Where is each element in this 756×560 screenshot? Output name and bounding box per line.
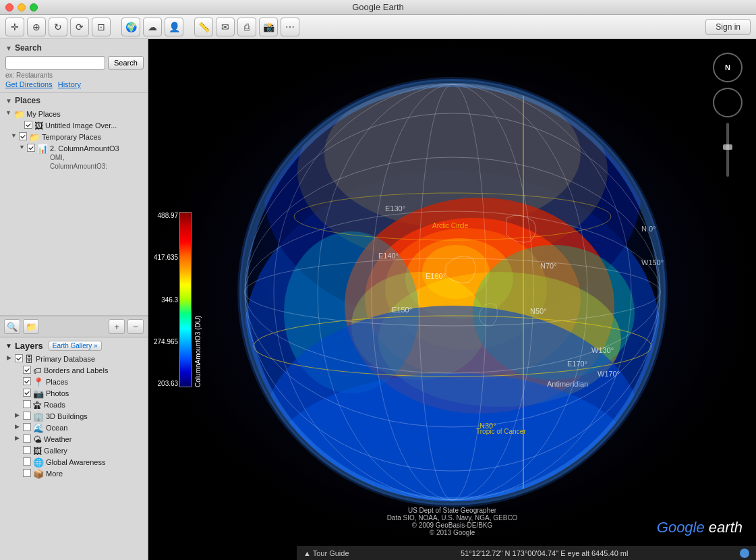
more-tools-button[interactable]: ⋯ <box>281 18 299 36</box>
sign-in-button[interactable]: Sign in <box>705 19 751 35</box>
my-places-label: My Places <box>26 109 61 119</box>
tour-guide-button[interactable]: ▲ Tour Guide <box>303 549 349 557</box>
tilt-ring[interactable] <box>713 88 743 117</box>
search-places-button[interactable]: 🔍 <box>4 319 20 334</box>
layer-item-roads[interactable]: 🛣Roads <box>5 399 142 411</box>
layer-item-places[interactable]: 📍Places <box>5 376 142 388</box>
globe-container: N70° N50° W130° E170° W170° Antimeridian… <box>148 39 756 545</box>
titlebar: Google Earth <box>0 0 756 15</box>
layer-checkbox[interactable] <box>23 412 31 420</box>
layers-section: ▼ Layers Earth Gallery » ▶🗄Primary Datab… <box>0 337 148 560</box>
search-input[interactable] <box>5 56 105 69</box>
compass[interactable]: N <box>713 53 743 82</box>
layer-checkbox[interactable] <box>23 423 31 431</box>
minimize-button[interactable] <box>18 3 26 11</box>
status-coordinates: 51°12'12.72" N 173°00'04.74" E eye alt 6… <box>461 549 628 557</box>
print-button[interactable]: ⎙ <box>237 18 256 36</box>
layer-item-more[interactable]: 📦More <box>5 468 142 480</box>
layer-item-primary-database[interactable]: ▶🗄Primary Database <box>5 354 142 365</box>
credit-line1: US Dept of State Geographer <box>387 507 518 514</box>
layer-checkbox[interactable] <box>23 457 31 466</box>
layer-item-ocean[interactable]: ▶🌊Ocean <box>5 422 142 434</box>
earth-gallery-button[interactable]: Earth Gallery » <box>49 341 102 351</box>
tilt-tool-button[interactable]: ⟳ <box>70 18 89 36</box>
watermark-google: Google <box>657 519 705 536</box>
search-button[interactable]: Search <box>108 56 144 69</box>
search-row: Search <box>5 56 142 69</box>
map-credits: US Dept of State Geographer Data SIO, NO… <box>387 507 518 536</box>
layer-checkbox[interactable] <box>23 400 31 408</box>
map-area[interactable]: N70° N50° W130° E170° W170° Antimeridian… <box>148 39 756 560</box>
layer-item-weather[interactable]: ▶🌤Weather <box>5 434 142 445</box>
email-button[interactable]: ✉ <box>216 18 235 36</box>
layer-checkbox[interactable] <box>23 446 31 454</box>
places-collapse-icon[interactable]: ▼ <box>5 97 12 105</box>
zoom-slider-handle[interactable] <box>723 144 732 150</box>
layer-arrow: ▶ <box>7 354 13 361</box>
globe[interactable]: N70° N50° W130° E170° W170° Antimeridian… <box>216 56 689 528</box>
ruler-button[interactable]: 📏 <box>194 18 213 36</box>
street-view-button[interactable]: 👤 <box>165 18 183 36</box>
zoom-slider[interactable] <box>726 123 729 177</box>
scale-val2: 417.635 <box>154 254 178 261</box>
layer-label: More <box>46 469 63 478</box>
traffic-lights[interactable] <box>5 3 38 11</box>
move-tool-button[interactable]: ✛ <box>5 18 24 36</box>
overlay-sub2: ColumnAmountO3: <box>50 162 119 171</box>
search-links: Get Directions History <box>5 80 142 88</box>
layer-icon: 🌤 <box>33 435 42 445</box>
search-header: ▼ Search <box>5 43 142 53</box>
close-button[interactable] <box>5 3 13 11</box>
my-places-item[interactable]: ▼ 📁 My Places <box>5 109 142 120</box>
layer-item-gallery[interactable]: 🖼Gallery <box>5 445 142 457</box>
layer-label: Ocean <box>46 423 67 432</box>
layer-checkbox[interactable] <box>23 377 31 385</box>
layer-checkbox[interactable] <box>15 354 23 362</box>
layer-item-borders-and-labels[interactable]: 🏷Borders and Labels <box>5 365 142 376</box>
history-link[interactable]: History <box>58 80 81 88</box>
add-places-button[interactable]: + <box>109 319 125 334</box>
scale-max: 488.97 <box>154 212 178 219</box>
layer-checkbox[interactable] <box>23 366 31 374</box>
earth-view-button[interactable]: 🌍 <box>121 18 140 36</box>
untitled-label: Untitled Image Over... <box>45 121 117 130</box>
layer-arrow: ▶ <box>15 435 22 441</box>
search-collapse-icon[interactable]: ▼ <box>5 45 12 52</box>
layer-label: Borders and Labels <box>44 366 108 375</box>
folder-places-button[interactable]: 📁 <box>23 319 39 334</box>
temporary-places-item[interactable]: ▼ 📁 Temporary Places <box>5 132 142 143</box>
sky-view-button[interactable]: ☁ <box>143 18 162 36</box>
layer-checkbox[interactable] <box>23 389 31 397</box>
google-earth-watermark: Google earth <box>657 519 743 536</box>
layers-collapse-icon[interactable]: ▼ <box>5 342 12 349</box>
layer-item-3d-buildings[interactable]: ▶🏢3D Buildings <box>5 411 142 422</box>
grid-label-w150: W150° <box>641 258 664 267</box>
zoom-tool-button[interactable]: ⊕ <box>27 18 46 36</box>
get-directions-link[interactable]: Get Directions <box>5 80 53 88</box>
layers-list: ▶🗄Primary Database 🏷Borders and Labels 📍… <box>5 354 142 480</box>
overlay-checkbox[interactable] <box>27 144 35 152</box>
layer-checkbox[interactable] <box>23 469 31 477</box>
remove-places-button[interactable]: − <box>127 319 144 334</box>
left-panel: ▼ Search Search ex: Restaurants Get Dire… <box>0 39 148 560</box>
watermark-earth: earth <box>705 519 743 536</box>
look-tool-button[interactable]: ⊡ <box>92 18 111 36</box>
layer-checkbox[interactable] <box>23 435 31 443</box>
scale-val3: 346.3 <box>154 296 178 304</box>
grid-label-e150: E150° <box>392 306 412 314</box>
scale-axis-label: ColumnAmountO3 (DU) <box>194 212 202 387</box>
overlay-item[interactable]: ▼ 📊 2. ColumnAmountO3 OMI, ColumnAmountO… <box>5 143 142 171</box>
untitled-checkbox[interactable] <box>24 121 32 129</box>
my-places-arrow: ▼ <box>5 109 12 116</box>
window-title: Google Earth <box>352 2 404 12</box>
screenshot-button[interactable]: 📸 <box>259 18 278 36</box>
color-scale: 488.97 417.635 346.3 274.965 203.63 Colu… <box>148 73 202 520</box>
layer-item-photos[interactable]: 📷Photos <box>5 388 142 399</box>
layer-label: Global Awareness <box>46 457 105 467</box>
maximize-button[interactable] <box>30 3 38 11</box>
layer-icon: 📦 <box>33 469 44 479</box>
temp-places-checkbox[interactable] <box>19 132 27 140</box>
untitled-image-item[interactable]: 🖼 Untitled Image Over... <box>5 120 142 132</box>
layer-item-global-awareness[interactable]: 🌐Global Awareness <box>5 457 142 468</box>
rotate-tool-button[interactable]: ↻ <box>49 18 67 36</box>
